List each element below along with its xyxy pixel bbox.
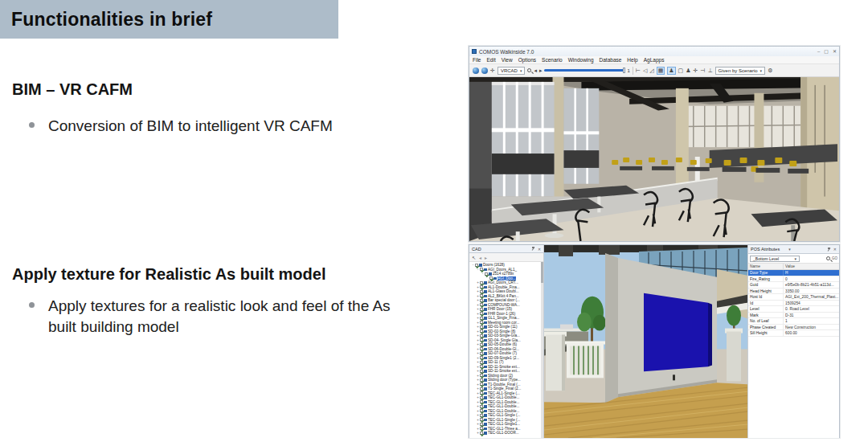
- column-header-value[interactable]: Value: [784, 264, 839, 269]
- checkbox[interactable]: [480, 374, 483, 377]
- attribute-row[interactable]: No. of Leaf1: [748, 318, 839, 325]
- attribute-row[interactable]: Id1509254: [748, 301, 839, 307]
- checkbox[interactable]: [480, 294, 483, 297]
- viewcube-icon[interactable]: ▢: [678, 68, 684, 74]
- measure-icon[interactable]: ⊢: [636, 68, 641, 74]
- close-button[interactable]: ✕: [833, 49, 837, 54]
- slider-handle[interactable]: [623, 68, 625, 73]
- menu-item-scenario[interactable]: Scenario: [542, 57, 563, 63]
- tree-scrollbar[interactable]: [541, 262, 543, 438]
- level-select[interactable]: _Bottom Level ▾: [750, 256, 800, 262]
- checkbox[interactable]: [480, 418, 483, 421]
- checkbox[interactable]: [480, 325, 483, 329]
- walkinside-3d-viewport[interactable]: [469, 77, 839, 241]
- angle-icon[interactable]: ◁: [643, 68, 647, 74]
- checkbox[interactable]: [480, 383, 483, 386]
- minimize-button[interactable]: –: [817, 49, 820, 54]
- checkbox[interactable]: [480, 334, 483, 338]
- checkbox[interactable]: [480, 347, 483, 350]
- checkbox[interactable]: [480, 365, 483, 368]
- checkbox[interactable]: [480, 299, 483, 302]
- checkbox[interactable]: [480, 414, 483, 417]
- globe-icon[interactable]: [473, 68, 479, 74]
- attribute-row[interactable]: MarkD-31: [748, 313, 839, 319]
- pin-icon[interactable]: [827, 248, 831, 252]
- wall-collision-icon[interactable]: ▦: [657, 67, 665, 75]
- menu-item-options[interactable]: Options: [518, 57, 536, 63]
- go-button[interactable]: GO: [832, 256, 837, 260]
- texture-3d-viewport[interactable]: [544, 245, 747, 438]
- menu-item-database[interactable]: Database: [600, 57, 622, 63]
- zoom-icon[interactable]: [527, 68, 531, 72]
- walk-icon[interactable]: ♟: [686, 68, 690, 74]
- checkbox[interactable]: [480, 432, 483, 435]
- attribute-row[interactable]: Host IdAGI_Ext_200_Thermal_Plast...: [748, 294, 839, 301]
- search-icon[interactable]: [826, 256, 830, 260]
- speed-slider[interactable]: [544, 69, 624, 72]
- checkbox[interactable]: [480, 423, 483, 426]
- attribute-row[interactable]: Phase CreatedNew Construction: [748, 325, 839, 331]
- tree-item[interactable]: +TEC-GL1-DOOR...: [469, 431, 543, 436]
- checkbox[interactable]: [475, 264, 478, 267]
- checkbox[interactable]: [480, 391, 483, 395]
- checkbox[interactable]: [480, 321, 483, 324]
- gear-icon[interactable]: ⚙: [768, 68, 772, 74]
- globe-icon[interactable]: [481, 68, 488, 74]
- attribute-row[interactable]: Sill Height600.00: [748, 330, 839, 337]
- forward-icon[interactable]: ▸: [485, 255, 487, 260]
- attributes-panel-header[interactable]: POS Attributes ▾ ✕: [748, 245, 839, 254]
- checkbox[interactable]: [480, 317, 483, 320]
- checkbox[interactable]: [480, 379, 483, 382]
- move-icon[interactable]: ✛: [490, 68, 495, 74]
- cad-panel-header[interactable]: CAD ✕: [469, 245, 543, 253]
- close-icon[interactable]: ✕: [538, 247, 541, 252]
- checkbox[interactable]: [480, 343, 483, 346]
- close-icon[interactable]: ✕: [833, 247, 837, 252]
- checkbox[interactable]: [485, 272, 488, 276]
- checkbox[interactable]: [480, 308, 483, 311]
- avatar-icon[interactable]: ♟: [667, 67, 675, 75]
- checkbox[interactable]: [480, 352, 483, 355]
- scenario-select[interactable]: Given by Scenario▾: [715, 67, 766, 75]
- menu-item-windowing[interactable]: Windowing: [568, 57, 594, 63]
- checkbox[interactable]: [480, 400, 483, 403]
- pin-icon[interactable]: [531, 247, 535, 251]
- menu-item-help[interactable]: Help: [627, 57, 637, 63]
- checkbox[interactable]: [480, 427, 483, 430]
- attribute-row[interactable]: Guide9f5e0b-8b21-4b51-a113d...: [748, 282, 839, 289]
- slope-icon[interactable]: ◿: [649, 68, 653, 74]
- attribute-row[interactable]: Door TypeH: [748, 270, 839, 276]
- align-icon[interactable]: ⊣: [700, 68, 705, 74]
- attribute-row[interactable]: Fire_Rating0: [748, 276, 839, 283]
- menu-item-aglapps[interactable]: AgLapps: [644, 57, 665, 63]
- checkbox[interactable]: [480, 281, 483, 284]
- back-icon[interactable]: ◂: [534, 68, 537, 74]
- checkbox[interactable]: [480, 405, 483, 408]
- fly-icon[interactable]: ✛: [693, 68, 698, 74]
- maximize-button[interactable]: ▢: [824, 49, 829, 54]
- checkbox[interactable]: [480, 396, 483, 399]
- menu-item-edit[interactable]: Edit: [486, 57, 495, 63]
- cursor-icon[interactable]: ↖: [472, 255, 476, 260]
- attribute-row[interactable]: Level0. Road Level: [748, 306, 839, 313]
- menu-item-file[interactable]: File: [473, 57, 481, 63]
- attribute-row[interactable]: Head Height3350.00: [748, 289, 839, 295]
- checkbox[interactable]: [480, 290, 483, 293]
- checkbox[interactable]: [480, 387, 483, 391]
- checkbox[interactable]: [480, 285, 483, 289]
- walkinside-titlebar[interactable]: COMOS Walkinside 7.0 – ▢ ✕: [469, 47, 839, 56]
- menu-item-view[interactable]: View: [502, 57, 513, 63]
- gravity-icon[interactable]: ⊥: [707, 68, 712, 74]
- checkbox[interactable]: [480, 303, 483, 306]
- checkbox[interactable]: [480, 370, 483, 373]
- chevron-down-icon[interactable]: ▾: [788, 247, 791, 252]
- checkbox[interactable]: [480, 361, 483, 364]
- checkbox[interactable]: [480, 409, 483, 412]
- checkbox[interactable]: [480, 356, 483, 359]
- checkbox[interactable]: [480, 338, 483, 342]
- mode-select[interactable]: VRCAD▾: [497, 67, 526, 75]
- back-icon[interactable]: ◂: [479, 255, 481, 260]
- checkbox[interactable]: [489, 276, 493, 280]
- column-header-name[interactable]: Name: [748, 264, 784, 269]
- checkbox[interactable]: [480, 312, 483, 315]
